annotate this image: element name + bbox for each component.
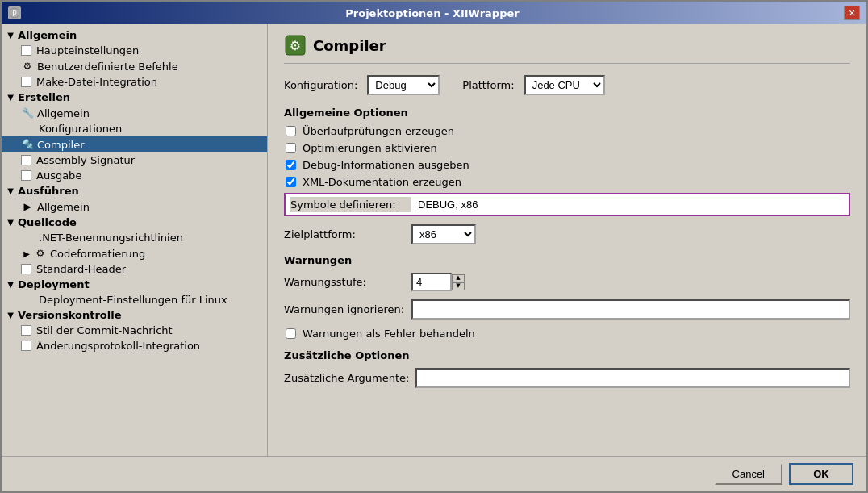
config-dropdown[interactable]: Debug Release All — [367, 75, 440, 95]
sidebar-item-label: Deployment-Einstellungen für Linux — [39, 294, 227, 306]
sidebar-item-aenderungsprotokoll[interactable]: Änderungsprotokoll-Integration — [2, 338, 267, 353]
warnungen-ignorieren-input[interactable] — [411, 299, 850, 320]
sidebar-item-erstellen[interactable]: ▼ Erstellen — [2, 90, 267, 105]
sidebar-item-haupteinstellungen[interactable]: Haupteinstellungen — [2, 43, 267, 58]
sidebar-item-label: Versionskontrolle — [18, 309, 121, 321]
sidebar-item-konfigurationen[interactable]: Konfigurationen — [2, 121, 267, 136]
svg-text:⚙: ⚙ — [290, 38, 301, 53]
gear-icon: ⚙ — [21, 60, 34, 73]
sidebar-item-codeformatierung[interactable]: ▶ ⚙ Codeformatierung — [2, 245, 267, 261]
checkbox-make-datei[interactable] — [21, 77, 31, 87]
toggle-quellcode[interactable]: ▼ — [5, 217, 16, 228]
sidebar-item-label: Standard-Header — [36, 263, 126, 275]
sidebar-item-label: Deployment — [18, 278, 90, 290]
platform-dropdown[interactable]: Jede CPU x86 x64 — [524, 75, 605, 95]
sidebar-item-label: Allgemein — [37, 107, 90, 119]
spinner-up[interactable]: ▲ — [452, 274, 465, 282]
main-window: P Projektoptionen - XIIWrapper ✕ ▼ Allge… — [0, 0, 868, 493]
warnungsstufe-label: Warnungsstufe: — [284, 276, 405, 288]
section-zusaetzliche-optionen: Zusätzliche Optionen — [284, 349, 850, 361]
ok-button[interactable]: OK — [789, 463, 853, 485]
sidebar-item-label: Änderungsprotokoll-Integration — [36, 340, 200, 352]
checkbox-label-debug-info: Debug-Informationen ausgeben — [303, 159, 469, 171]
main-panel: ⚙ Compiler Konfiguration: Debug Release … — [268, 24, 866, 456]
checkbox-optimierungen[interactable] — [286, 143, 296, 153]
checkbox-standard-header[interactable] — [21, 264, 31, 274]
zusaetzliche-argumente-label: Zusätzliche Argumente: — [284, 372, 409, 384]
sidebar-item-quellcode[interactable]: ▼ Quellcode — [2, 215, 267, 230]
window-icon: P — [8, 6, 21, 19]
config-select[interactable]: Debug Release All — [367, 75, 440, 95]
toggle-erstellen[interactable]: ▼ — [5, 92, 16, 103]
spinner-buttons[interactable]: ▲ ▼ — [452, 274, 465, 290]
checkbox-row-ueberlauf: Überlaufprüfungen erzeugen — [284, 125, 850, 137]
checkbox-fehler[interactable] — [286, 328, 296, 339]
toggle-allgemein[interactable]: ▼ — [5, 30, 16, 41]
panel-title: Compiler — [313, 37, 386, 54]
sidebar-item-assembly-signatur[interactable]: Assembly-Signatur — [2, 152, 267, 168]
sidebar-item-deployment-einstellungen[interactable]: Deployment-Einstellungen für Linux — [2, 292, 267, 307]
sidebar-item-compiler[interactable]: 🔩 Compiler — [2, 136, 267, 152]
spinner-down[interactable]: ▼ — [452, 282, 465, 290]
checkbox-row-debug-info: Debug-Informationen ausgeben — [284, 159, 850, 171]
symbole-input[interactable] — [418, 198, 844, 211]
sidebar-item-net-benennung[interactable]: .NET-Benennungsrichtlinien — [2, 230, 267, 245]
code-icon: ⚙ — [34, 247, 47, 260]
sidebar-item-allgemein[interactable]: ▼ Allgemein — [2, 27, 267, 43]
sidebar-item-standard-header[interactable]: Standard-Header — [2, 261, 267, 277]
sidebar-item-label: Benutzerdefinierte Befehle — [37, 61, 178, 73]
sidebar-item-label: Codeformatierung — [50, 248, 145, 260]
sidebar-item-benutzerdefinierte[interactable]: ⚙ Benutzerdefinierte Befehle — [2, 58, 267, 74]
symbole-row: Symbole definieren: — [284, 193, 850, 216]
sidebar-item-allgemein-a[interactable]: ▶ Allgemein — [2, 198, 267, 215]
panel-header-icon: ⚙ — [284, 34, 307, 56]
checkbox-assembly[interactable] — [21, 155, 31, 165]
window-content: ▼ Allgemein Haupteinstellungen ⚙ Benutze… — [2, 24, 866, 456]
sidebar-item-make-datei[interactable]: Make-Datei-Integration — [2, 74, 267, 90]
zielplattform-select[interactable]: x86 x64 Any CPU — [411, 224, 476, 244]
zielplattform-control[interactable]: x86 x64 Any CPU — [411, 224, 476, 244]
sidebar: ▼ Allgemein Haupteinstellungen ⚙ Benutze… — [2, 24, 268, 456]
sidebar-item-allgemein-e[interactable]: 🔧 Allgemein — [2, 105, 267, 121]
zusaetzliche-argumente-input[interactable] — [415, 368, 850, 388]
warnungsstufe-input[interactable] — [411, 273, 452, 291]
checkbox-haupteinstellungen[interactable] — [21, 45, 31, 56]
checkbox-row-optimierungen: Optimierungen aktivieren — [284, 142, 850, 154]
sidebar-item-ausgabe[interactable]: Ausgabe — [2, 168, 267, 183]
sidebar-item-versionskontrolle[interactable]: ▼ Versionskontrolle — [2, 307, 267, 323]
toggle-versionskontrolle[interactable]: ▼ — [5, 310, 16, 321]
toggle-deployment[interactable]: ▼ — [5, 279, 16, 290]
warnungen-ignorieren-row: Warnungen ignorieren: — [284, 299, 850, 320]
toggle-codeformatierung[interactable]: ▶ — [21, 248, 32, 259]
checkbox-label-xml-dok: XML-Dokumentation erzeugen — [303, 176, 461, 188]
sidebar-item-label: Quellcode — [18, 216, 77, 228]
platform-select[interactable]: Jede CPU x86 x64 — [524, 75, 605, 95]
build-icon: 🔧 — [21, 107, 34, 119]
checkbox-label-optimierungen: Optimierungen aktivieren — [303, 142, 437, 154]
checkbox-aenderungsprotokoll[interactable] — [21, 341, 31, 351]
checkbox-debug-info[interactable] — [286, 160, 296, 170]
close-button[interactable]: ✕ — [844, 6, 860, 20]
warnungsstufe-spinner[interactable]: ▲ ▼ — [411, 273, 465, 291]
zusaetzliche-argumente-row: Zusätzliche Argumente: — [284, 368, 850, 388]
sidebar-item-label: Konfigurationen — [39, 123, 122, 135]
toggle-ausfuehren[interactable]: ▼ — [5, 186, 16, 197]
sidebar-item-label: .NET-Benennungsrichtlinien — [39, 232, 183, 244]
checkbox-ueberlauf[interactable] — [286, 126, 296, 136]
sidebar-item-label: Allgemein — [37, 201, 90, 213]
checkbox-stil-commit[interactable] — [21, 325, 31, 336]
sidebar-item-deployment[interactable]: ▼ Deployment — [2, 277, 267, 292]
checkbox-row-xml-dok: XML-Dokumentation erzeugen — [284, 176, 850, 188]
window-title: Projektoptionen - XIIWrapper — [21, 7, 844, 19]
sidebar-item-ausfuehren[interactable]: ▼ Ausführen — [2, 183, 267, 198]
sidebar-item-label: Compiler — [37, 139, 85, 151]
sidebar-item-stil-commit[interactable]: Stil der Commit-Nachricht — [2, 323, 267, 338]
sidebar-item-label: Allgemein — [18, 29, 77, 41]
section-warnungen: Warnungen — [284, 254, 850, 266]
config-row: Konfiguration: Debug Release All Plattfo… — [284, 75, 850, 95]
checkbox-ausgabe[interactable] — [21, 170, 31, 181]
cancel-button[interactable]: Cancel — [715, 463, 782, 485]
compiler-icon: 🔩 — [21, 138, 34, 151]
checkbox-xml-dok[interactable] — [286, 177, 296, 187]
checkbox-label-fehler: Warnungen als Fehler behandeln — [303, 328, 475, 340]
